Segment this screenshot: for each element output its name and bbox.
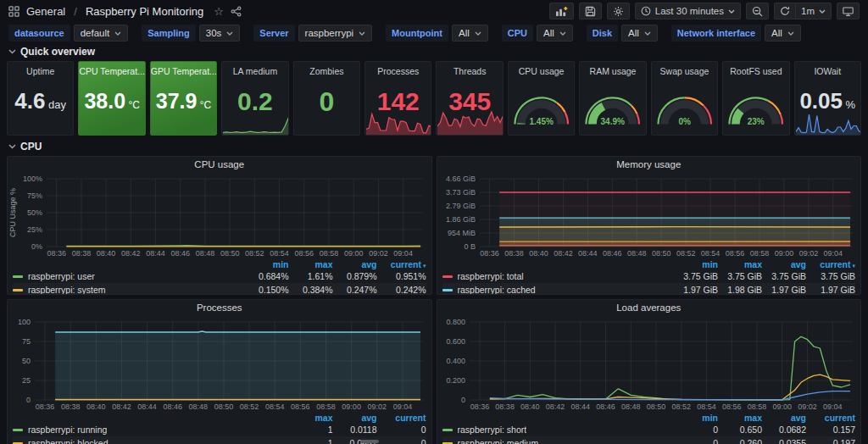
legend-value: 0.0118 bbox=[333, 425, 377, 435]
svg-text:08:44: 08:44 bbox=[146, 249, 165, 258]
chart-plot-area[interactable]: 0 B954 MiB1.86 GiB2.79 GiB3.73 GiB4.66 G… bbox=[437, 172, 861, 258]
svg-text:0.800: 0.800 bbox=[446, 318, 465, 326]
panel-title[interactable]: Processes bbox=[8, 300, 431, 315]
svg-text:0: 0 bbox=[26, 396, 31, 404]
legend-sort-max[interactable]: max bbox=[289, 413, 333, 423]
series-swatch bbox=[13, 275, 23, 278]
svg-text:08:36: 08:36 bbox=[47, 249, 66, 258]
save-dashboard-button[interactable] bbox=[579, 3, 602, 19]
svg-text:0.400: 0.400 bbox=[446, 357, 465, 365]
variable-value-dropdown[interactable]: All bbox=[537, 25, 573, 42]
variable-value-dropdown[interactable]: All bbox=[765, 25, 801, 42]
gauge: 34.9% bbox=[580, 84, 645, 133]
share-icon[interactable] bbox=[231, 6, 242, 17]
svg-text:08:54: 08:54 bbox=[697, 402, 716, 411]
stat-panel-title[interactable]: Zombies bbox=[294, 66, 359, 76]
legend-series-toggle[interactable]: raspberrypi: running bbox=[13, 425, 289, 435]
svg-text:08:44: 08:44 bbox=[570, 402, 590, 411]
svg-text:08:54: 08:54 bbox=[265, 402, 285, 411]
add-panel-button[interactable] bbox=[549, 3, 574, 19]
svg-text:75: 75 bbox=[22, 337, 31, 346]
row-header-quick-overview[interactable]: Quick overview bbox=[0, 45, 868, 58]
legend-sort-avg[interactable]: avg bbox=[333, 413, 377, 423]
svg-text:08:54: 08:54 bbox=[700, 249, 720, 258]
panel-title[interactable]: Memory usage bbox=[437, 157, 861, 172]
legend-sort-avg[interactable]: avg bbox=[762, 413, 806, 423]
stat-panel-title[interactable]: CPU Temperat... bbox=[79, 66, 144, 76]
legend-sort-current[interactable]: current bbox=[377, 413, 426, 423]
legend-sort-current[interactable]: current▾ bbox=[377, 259, 426, 269]
legend-value: 0.242% bbox=[377, 285, 426, 294]
legend-sort-min[interactable]: min bbox=[674, 413, 718, 423]
stat-panel-title[interactable]: RAM usage bbox=[580, 66, 645, 76]
stat-value: 142 bbox=[365, 89, 431, 114]
dashboard-title[interactable]: Raspberry Pi Monitoring bbox=[86, 5, 203, 18]
legend-sort-avg[interactable]: avg bbox=[333, 259, 377, 269]
stat-value: 0 bbox=[294, 88, 359, 115]
stat-value: 38.0 °C bbox=[79, 91, 144, 112]
refresh-button[interactable] bbox=[774, 3, 795, 19]
variable-value-dropdown[interactable]: 30s bbox=[199, 25, 241, 42]
stat-sparkline bbox=[223, 113, 288, 135]
legend-series-toggle[interactable]: raspberrypi: user bbox=[13, 271, 245, 281]
apps-grid-icon[interactable] bbox=[8, 6, 19, 17]
svg-text:08:52: 08:52 bbox=[240, 402, 259, 411]
legend-sort-max[interactable]: max bbox=[289, 259, 333, 269]
variable-value-dropdown[interactable]: All bbox=[452, 25, 488, 42]
breadcrumb-section[interactable]: General bbox=[26, 5, 65, 18]
panel-cpu-usage: CPU usage0%25%50%75%100%08:3608:3808:400… bbox=[7, 156, 432, 295]
legend-row: raspberrypi: user0.684%1.61%0.879%0.951% bbox=[13, 269, 426, 283]
stat-panel-title[interactable]: LA medium bbox=[222, 66, 287, 76]
stat-panel-title[interactable]: GPU Temperat... bbox=[151, 66, 216, 76]
time-range-picker[interactable]: Last 30 minutes bbox=[635, 3, 741, 19]
stat-panel-title[interactable]: Processes bbox=[365, 66, 431, 76]
stat-value: 345 bbox=[437, 89, 502, 114]
variable-label: Server bbox=[253, 25, 294, 42]
variable-value-dropdown[interactable]: All bbox=[621, 25, 658, 42]
stat-panel-title[interactable]: IOWait bbox=[795, 66, 860, 76]
stat-panel-title[interactable]: Swap usage bbox=[652, 66, 717, 76]
chart-plot-area[interactable]: 025507510008:3608:3808:4008:4208:4408:46… bbox=[8, 315, 431, 412]
svg-text:09:00: 09:00 bbox=[774, 249, 793, 258]
panel-memory-usage: Memory usage0 B954 MiB1.86 GiB2.79 GiB3.… bbox=[437, 156, 862, 295]
scrollbar-thumb[interactable] bbox=[360, 440, 379, 443]
legend-series-toggle[interactable]: raspberrypi: cached bbox=[442, 285, 675, 294]
panel-title[interactable]: Load averages bbox=[437, 300, 861, 315]
zoom-out-button[interactable] bbox=[746, 3, 769, 19]
legend-sort-current[interactable]: current bbox=[806, 413, 855, 423]
legend-series-toggle[interactable]: raspberrypi: medium bbox=[442, 438, 675, 444]
dashboard-settings-button[interactable] bbox=[607, 3, 630, 19]
refresh-interval-dropdown[interactable]: 1m bbox=[795, 3, 832, 19]
legend-sort-max[interactable]: max bbox=[718, 259, 762, 269]
svg-text:08:58: 08:58 bbox=[749, 249, 769, 258]
chart-plot-area[interactable]: 0%25%50%75%100%08:3608:3808:4008:4208:44… bbox=[8, 172, 431, 258]
legend-sort-max[interactable]: max bbox=[718, 413, 762, 423]
svg-text:08:50: 08:50 bbox=[651, 249, 670, 258]
legend-value: 0.0682 bbox=[762, 425, 806, 435]
legend-row: raspberrypi: cached1.97 GiB1.98 GiB1.97 … bbox=[442, 283, 856, 294]
variable-value-dropdown[interactable]: default bbox=[74, 25, 129, 42]
legend-sort-min[interactable]: min bbox=[674, 259, 718, 269]
legend-series-toggle[interactable]: raspberrypi: total bbox=[442, 271, 675, 281]
svg-text:08:50: 08:50 bbox=[220, 249, 240, 258]
favorite-star-icon[interactable]: ☆ bbox=[214, 5, 224, 18]
series-swatch bbox=[442, 289, 453, 291]
legend-sort-min[interactable]: min bbox=[245, 259, 289, 269]
legend-sort-current[interactable]: current▾ bbox=[806, 259, 855, 269]
row-header-cpu[interactable]: CPU bbox=[0, 140, 868, 153]
panel-title[interactable]: CPU usage bbox=[8, 157, 431, 172]
variable-value-dropdown[interactable]: raspberrypi bbox=[298, 25, 373, 42]
svg-text:08:48: 08:48 bbox=[189, 402, 209, 411]
stat-panel-title[interactable]: Threads bbox=[437, 66, 502, 76]
stat-panel-title[interactable]: RootFS used bbox=[723, 66, 788, 76]
legend-series-toggle[interactable]: raspberrypi: system bbox=[13, 285, 245, 294]
variable-disk: DiskAll bbox=[587, 25, 658, 42]
kiosk-mode-button[interactable] bbox=[837, 3, 860, 19]
legend-sort-avg[interactable]: avg bbox=[762, 259, 806, 269]
legend-series-toggle[interactable]: raspberrypi: short bbox=[442, 425, 675, 435]
stat-panel-title[interactable]: CPU usage bbox=[509, 66, 574, 76]
charts-grid: CPU usage0%25%50%75%100%08:3608:3808:400… bbox=[0, 156, 868, 444]
stat-panel-title[interactable]: Uptime bbox=[8, 66, 73, 76]
legend-series-toggle[interactable]: raspberrypi: blocked bbox=[13, 438, 289, 444]
chart-plot-area[interactable]: 00.2000.4000.6000.80008:3608:3808:4008:4… bbox=[437, 315, 861, 412]
